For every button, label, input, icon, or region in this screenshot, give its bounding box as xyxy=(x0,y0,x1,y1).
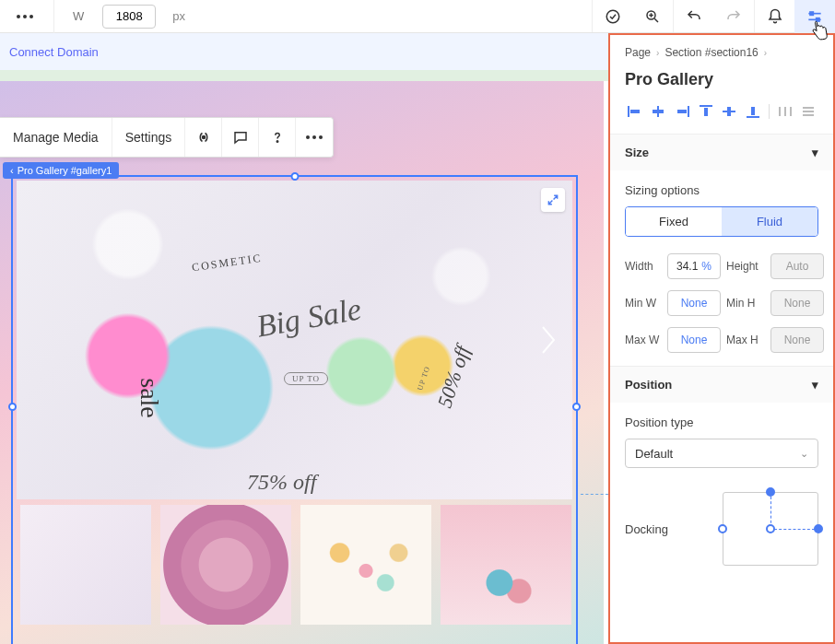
chevron-right-icon: › xyxy=(656,48,659,58)
width-input[interactable]: 34.1% xyxy=(667,253,721,279)
position-header-label: Position xyxy=(625,378,672,392)
docking-row: Docking xyxy=(610,481,833,566)
alignment-toolbar xyxy=(610,102,833,134)
image-text-sale: sale xyxy=(135,378,164,418)
expand-icon[interactable] xyxy=(541,188,565,212)
panel-title: Pro Gallery xyxy=(610,64,833,102)
maxh-field-label: Max H xyxy=(726,334,765,346)
connect-domain-link[interactable]: Connect Domain xyxy=(9,45,99,59)
height-input: Auto xyxy=(770,253,824,279)
toolbar-more-icon[interactable] xyxy=(296,118,333,157)
minw-field-label: Min W xyxy=(625,297,662,310)
align-right-icon[interactable] xyxy=(672,102,692,121)
svg-point-9 xyxy=(202,136,205,139)
size-section-header[interactable]: Size ▾ xyxy=(610,134,833,170)
svg-rect-7 xyxy=(810,12,813,15)
element-toolbar: Manage Media Settings xyxy=(0,117,334,158)
image-text-up-to: UP TO xyxy=(284,372,328,385)
svg-rect-22 xyxy=(751,107,755,115)
align-bottom-icon[interactable] xyxy=(743,102,763,121)
minh-input: None xyxy=(770,290,824,316)
svg-rect-16 xyxy=(677,110,687,113)
docking-label: Docking xyxy=(625,522,668,536)
chevron-down-icon: ▾ xyxy=(812,146,818,159)
size-section-body: Sizing options Fixed Fluid Width 34.1% H… xyxy=(610,170,833,366)
chevron-left-icon: ‹ xyxy=(10,165,14,176)
dock-line-horizontal xyxy=(774,529,815,530)
gallery-next-icon[interactable] xyxy=(539,323,558,357)
gallery-main-image[interactable]: COSMETIC Big Sale UP TO sale UP TO 50% o… xyxy=(17,181,572,499)
minh-field-label: Min H xyxy=(726,297,765,310)
maxw-input[interactable]: None xyxy=(667,327,721,353)
position-type-select[interactable]: Default ⌄ xyxy=(625,439,818,468)
svg-rect-20 xyxy=(727,107,731,116)
minw-input[interactable]: None xyxy=(667,290,721,316)
zoom-in-icon[interactable] xyxy=(632,0,673,32)
svg-rect-12 xyxy=(630,110,640,113)
product-image xyxy=(17,181,572,499)
width-label: W xyxy=(65,9,91,23)
dock-point-top[interactable] xyxy=(766,487,775,497)
crumb-section[interactable]: Section #section16 xyxy=(664,46,758,59)
width-field-label: Width xyxy=(625,260,662,273)
toolbar-comment-icon[interactable] xyxy=(222,118,259,157)
thumbnail-1[interactable] xyxy=(20,505,151,625)
align-center-v-icon[interactable] xyxy=(720,102,740,121)
align-center-h-icon[interactable] xyxy=(649,102,669,121)
element-label-tag[interactable]: ‹ Pro Gallery #gallery1 xyxy=(3,162,119,179)
more-menu-icon[interactable] xyxy=(7,7,42,26)
thumbnail-2[interactable] xyxy=(160,505,291,625)
distribute-v-icon[interactable] xyxy=(798,102,818,121)
top-toolbar: W px xyxy=(0,0,835,33)
breadcrumb: Page › Section #section16 › xyxy=(610,35,833,64)
docking-widget[interactable] xyxy=(723,492,818,566)
position-section-header[interactable]: Position ▾ xyxy=(610,366,833,403)
dock-point-center[interactable] xyxy=(766,524,775,533)
distribute-h-icon[interactable] xyxy=(775,102,795,121)
undo-icon[interactable] xyxy=(673,0,713,32)
bell-icon[interactable] xyxy=(754,0,794,32)
height-field-label: Height xyxy=(726,260,765,273)
crumb-page[interactable]: Page xyxy=(625,46,651,59)
align-left-icon[interactable] xyxy=(625,102,645,121)
maxh-input: None xyxy=(770,327,824,353)
redo-icon[interactable] xyxy=(713,0,754,32)
inspector-panel: Page › Section #section16 › Pro Gallery … xyxy=(608,33,835,644)
svg-rect-14 xyxy=(653,110,664,113)
maxw-field-label: Max W xyxy=(625,334,662,346)
settings-button[interactable]: Settings xyxy=(112,118,186,157)
check-circle-icon[interactable] xyxy=(592,0,632,32)
stretch-icon[interactable] xyxy=(185,118,222,157)
chevron-down-icon: ⌄ xyxy=(800,448,808,460)
gallery-thumbnails xyxy=(20,505,571,625)
position-type-value: Default xyxy=(635,447,673,461)
position-section-body: Position type Default ⌄ xyxy=(610,403,833,481)
sizing-options-label: Sizing options xyxy=(625,183,818,197)
sizing-fixed-button[interactable]: Fixed xyxy=(626,207,722,236)
dock-line-vertical xyxy=(770,497,771,528)
chevron-right-icon: › xyxy=(764,48,767,58)
dock-point-left[interactable] xyxy=(718,524,727,533)
thumbnail-4[interactable] xyxy=(441,505,571,625)
dock-point-right[interactable] xyxy=(814,524,823,533)
align-top-icon[interactable] xyxy=(696,102,716,121)
thumbnail-3[interactable] xyxy=(300,505,431,625)
svg-point-0 xyxy=(606,10,619,23)
size-header-label: Size xyxy=(625,146,649,159)
svg-rect-18 xyxy=(704,108,708,116)
image-text-bottom: 75% off xyxy=(247,470,316,495)
sizing-fluid-button[interactable]: Fluid xyxy=(722,207,817,236)
canvas-width-input[interactable] xyxy=(102,5,156,29)
alignment-guide xyxy=(581,494,608,495)
svg-rect-8 xyxy=(817,18,819,21)
help-icon[interactable] xyxy=(259,118,296,157)
svg-point-10 xyxy=(276,141,278,143)
chevron-down-icon: ▾ xyxy=(812,378,818,392)
manage-media-button[interactable]: Manage Media xyxy=(0,118,112,157)
svg-line-2 xyxy=(654,18,658,22)
px-unit-label: px xyxy=(167,9,185,23)
element-label-text: Pro Gallery #gallery1 xyxy=(18,165,112,176)
position-type-label: Position type xyxy=(625,416,818,429)
sizing-segmented-control: Fixed Fluid xyxy=(625,206,818,237)
inspector-toggle-button[interactable] xyxy=(794,0,835,33)
